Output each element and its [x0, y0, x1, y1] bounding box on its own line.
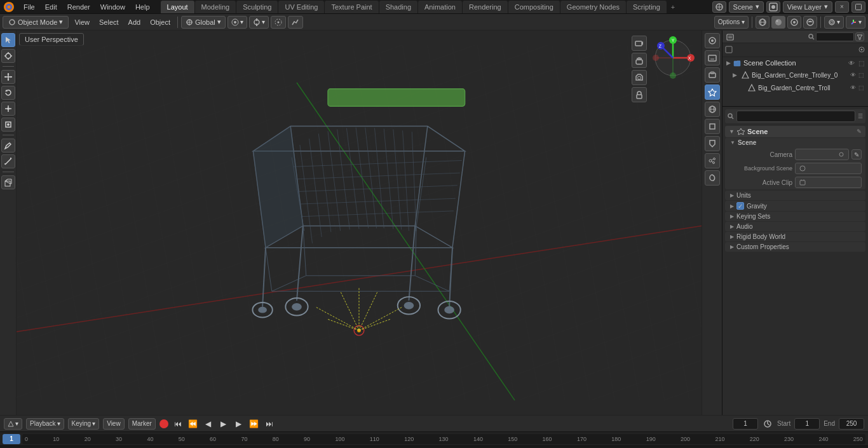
- workspace-tab-texture-paint[interactable]: Texture Paint: [325, 1, 378, 13]
- scene-selector[interactable]: Scene ▾: [729, 1, 764, 13]
- menu-edit[interactable]: Edit: [41, 2, 62, 12]
- output-props-btn[interactable]: [705, 50, 720, 65]
- units-header[interactable]: ▶ Units: [725, 191, 865, 200]
- marker-btn[interactable]: Marker: [128, 418, 156, 430]
- play-btn[interactable]: ▶: [218, 418, 229, 430]
- select-menu[interactable]: Select: [95, 16, 123, 29]
- item-0-visibility[interactable]: 👁: [850, 72, 856, 78]
- menu-render[interactable]: Render: [63, 2, 95, 12]
- mode-selector[interactable]: Object Mode ▾: [3, 16, 69, 29]
- rendered-shading-btn[interactable]: [803, 16, 817, 29]
- navigation-gizmo[interactable]: X Y Z: [651, 36, 695, 80]
- render-icon-btn[interactable]: [766, 1, 780, 13]
- current-frame-indicator[interactable]: 1: [3, 434, 20, 444]
- transform-tool[interactable]: [1, 118, 15, 132]
- view-btn[interactable]: View: [103, 418, 125, 430]
- physics-props-btn[interactable]: [705, 170, 720, 186]
- camera-edit-btn[interactable]: ✎: [851, 149, 862, 160]
- annotate-tool[interactable]: [1, 139, 15, 153]
- playback-speed-btn[interactable]: [762, 418, 773, 430]
- scene-sub-header[interactable]: ▼ Scene: [725, 138, 865, 147]
- keying-btn[interactable]: Keying ▾: [68, 418, 100, 430]
- item-0-render[interactable]: ⬚: [858, 72, 864, 78]
- wireframe-shading-btn[interactable]: [756, 16, 770, 29]
- menu-window[interactable]: Window: [96, 2, 130, 12]
- next-frame-btn[interactable]: ▶: [233, 418, 245, 430]
- collection-render-icon[interactable]: ⬚: [858, 60, 864, 67]
- section-edit-icon[interactable]: ✎: [857, 128, 862, 135]
- workspace-tab-sculpting[interactable]: Sculpting: [236, 1, 278, 13]
- camera-icon[interactable]: [632, 36, 647, 51]
- world-props-btn[interactable]: [705, 102, 720, 117]
- end-frame-input[interactable]: 250: [839, 418, 864, 430]
- item-1-visibility[interactable]: 👁: [850, 85, 856, 91]
- scale-tool[interactable]: [1, 102, 15, 116]
- select-tool[interactable]: [1, 33, 15, 47]
- scene-icon-btn[interactable]: [712, 1, 726, 13]
- viewlayer-props-btn[interactable]: [705, 67, 720, 83]
- outliner-search-input[interactable]: [816, 32, 854, 41]
- object-props-btn[interactable]: [705, 119, 720, 134]
- playback-btn[interactable]: Playback ▾: [26, 418, 64, 430]
- scene-section-header[interactable]: ▼ Scene ✎: [725, 126, 865, 137]
- menu-help[interactable]: Help: [131, 2, 154, 12]
- collection-header[interactable]: ▶ Scene Collection 👁 ⬚: [722, 57, 868, 69]
- prev-keyframe-btn[interactable]: ⏪: [187, 418, 199, 430]
- viewport[interactable]: User Perspective (1) Scene Collection: [17, 31, 702, 415]
- gizmo-btn[interactable]: ▾: [846, 16, 865, 29]
- workspace-tab-compositing[interactable]: Compositing: [508, 1, 560, 13]
- proportional-btn[interactable]: [271, 16, 286, 29]
- props-options-btn[interactable]: ☰: [858, 113, 863, 119]
- outliner-item-0[interactable]: ▶ Big_Garden_Centre_Trolley_0 👁 ⬚: [722, 69, 868, 81]
- lock-icon[interactable]: [632, 87, 647, 102]
- render-camera-icon[interactable]: [632, 70, 647, 85]
- current-frame-input[interactable]: 1: [733, 418, 758, 430]
- workspace-tab-scripting[interactable]: Scripting: [627, 1, 667, 13]
- material-shading-btn[interactable]: [787, 16, 801, 29]
- workspace-add-tab[interactable]: +: [667, 2, 679, 12]
- next-keyframe-btn[interactable]: ⏩: [248, 418, 260, 430]
- view-layer-selector[interactable]: View Layer ▾: [783, 1, 832, 13]
- background-scene-value[interactable]: [795, 163, 862, 174]
- gravity-header[interactable]: ▶ ✓ Gravity: [725, 201, 865, 211]
- outliner-view-btn[interactable]: [858, 46, 865, 55]
- camera-value[interactable]: [795, 149, 849, 160]
- item-1-render[interactable]: ⬚: [858, 85, 864, 91]
- render-props-btn[interactable]: [705, 33, 720, 48]
- options-btn[interactable]: Options ▾: [714, 16, 749, 29]
- fullscreen-btn[interactable]: [851, 1, 865, 13]
- workspace-tab-uv-editing[interactable]: UV Editing: [278, 1, 324, 13]
- solid-shading-btn[interactable]: [771, 16, 785, 29]
- graph-btn[interactable]: [288, 16, 303, 29]
- workspace-tab-layout[interactable]: Layout: [161, 1, 194, 13]
- overlay-btn[interactable]: ▾: [824, 16, 844, 29]
- start-frame-input[interactable]: 1: [794, 418, 820, 430]
- object-menu[interactable]: Object: [146, 16, 174, 29]
- timeline-editor-btn[interactable]: ▾: [4, 418, 22, 430]
- audio-header[interactable]: ▶ Audio: [725, 222, 865, 231]
- gravity-checkbox[interactable]: ✓: [736, 202, 744, 210]
- workspace-tab-modeling[interactable]: Modeling: [195, 1, 236, 13]
- measure-tool[interactable]: [1, 154, 15, 168]
- cursor-tool[interactable]: [1, 49, 15, 63]
- jump-end-btn[interactable]: ⏭: [264, 418, 275, 430]
- outliner-filter-btn[interactable]: [855, 32, 864, 41]
- particles-props-btn[interactable]: [705, 153, 720, 168]
- workspace-tab-rendering[interactable]: Rendering: [463, 1, 508, 13]
- record-btn[interactable]: [159, 419, 168, 428]
- active-clip-value[interactable]: [795, 177, 862, 188]
- add-menu[interactable]: Add: [125, 16, 145, 29]
- frame-scale[interactable]: 0 10 20 30 40 50 60 70 80 90 100 110 120…: [22, 434, 865, 444]
- pivot-btn[interactable]: ▾: [227, 16, 247, 29]
- custom-properties-header[interactable]: ▶ Custom Properties: [725, 242, 865, 252]
- snap-btn[interactable]: ▾: [249, 16, 269, 29]
- rigid-body-world-header[interactable]: ▶ Rigid Body World: [725, 232, 865, 241]
- prev-frame-btn[interactable]: ◀: [203, 418, 214, 430]
- add-cube-tool[interactable]: [1, 175, 15, 189]
- scene-props-btn[interactable]: [705, 85, 720, 100]
- modifier-props-btn[interactable]: [705, 136, 720, 151]
- outliner-icon-btn[interactable]: [725, 46, 733, 55]
- transform-selector[interactable]: Global ▾: [181, 16, 226, 29]
- close-editor-btn[interactable]: ×: [835, 1, 849, 13]
- jump-start-btn[interactable]: ⏮: [172, 418, 184, 430]
